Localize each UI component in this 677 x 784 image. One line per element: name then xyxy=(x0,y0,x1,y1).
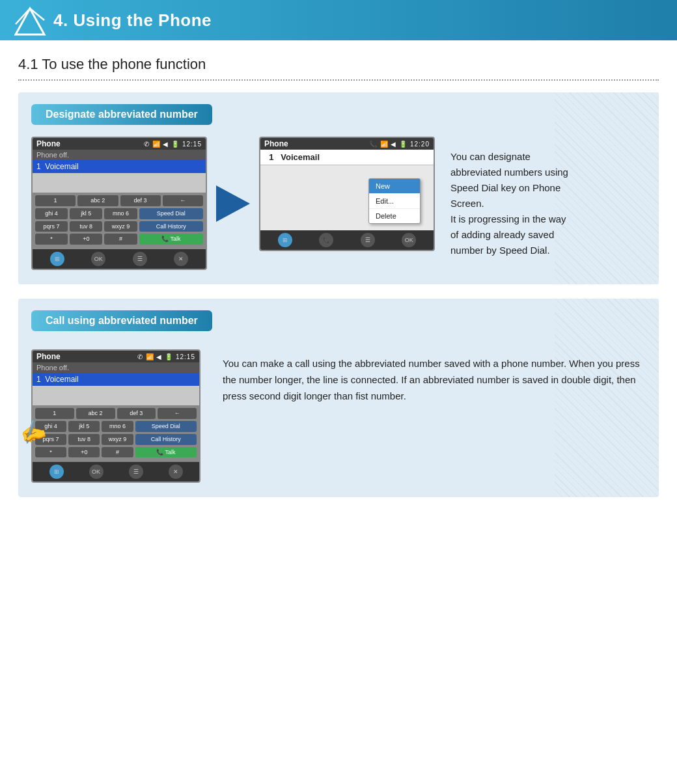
desc1-text: You can designate abbreviated numbers us… xyxy=(450,151,568,256)
key-4[interactable]: ghi 4 xyxy=(35,208,68,219)
arrow-container xyxy=(207,185,259,222)
key-talk[interactable]: 📞 Talk xyxy=(139,234,203,245)
key-callhistory[interactable]: Call History xyxy=(139,221,203,232)
menu-item-edit[interactable]: Edit... xyxy=(369,194,420,209)
key-hash[interactable]: # xyxy=(104,234,137,245)
phone-selected-1: 1 Voicemail xyxy=(33,160,206,173)
btn-close-3[interactable]: ✕ xyxy=(169,465,183,479)
key-back[interactable]: ← xyxy=(163,195,203,206)
phone-subbar-3: Phone off. xyxy=(33,362,199,373)
description-2: You can make a call using the abbreviate… xyxy=(223,349,646,404)
designate-section-box: Designate abbreviated number Phone ✆ 📶 ◀… xyxy=(18,92,659,284)
header-icon xyxy=(13,3,47,37)
phone-icons-1: ✆ 📶 ◀ 🔋 12:15 xyxy=(144,141,202,148)
phone-subbar-1: Phone off. xyxy=(33,150,206,160)
key-3-6[interactable]: mno 6 xyxy=(102,421,133,432)
btn-menu-3[interactable]: ☰ xyxy=(129,465,143,479)
phone-screen-1: Phone ✆ 📶 ◀ 🔋 12:15 Phone off. 1 Voicema… xyxy=(31,137,207,270)
phone-title-3: Phone xyxy=(36,352,61,361)
btn-windows-2[interactable]: ⊞ xyxy=(278,233,292,247)
keypad-row-2: ghi 4 jkl 5 mno 6 Speed Dial xyxy=(35,208,203,219)
keypad-row-4: * +0 # 📞 Talk xyxy=(35,234,203,245)
key-7[interactable]: pqrs 7 xyxy=(35,221,68,232)
designate-label: Designate abbreviated number xyxy=(31,104,212,125)
keypad-row-3: pqrs 7 tuv 8 wxyz 9 Call History xyxy=(35,221,203,232)
key-3-0[interactable]: +0 xyxy=(68,447,100,458)
key-3-hash[interactable]: # xyxy=(102,447,133,458)
page-header: 4. Using the Phone xyxy=(0,0,677,40)
btn-phone-2[interactable]: 📞 xyxy=(319,233,333,247)
phone-bottombar-2: ⊞ 📞 ☰ OK xyxy=(260,230,434,250)
key-3-8[interactable]: tuv 8 xyxy=(68,434,100,445)
keypad-row-1: 1 abc 2 def 3 ← xyxy=(35,195,203,206)
key-speeddial[interactable]: Speed Dial xyxy=(139,208,203,219)
phone-titlebar-3: Phone ✆ 📶 ◀ 🔋 12:15 xyxy=(33,351,199,362)
right-arrow xyxy=(216,185,250,222)
phone-screen-2: Phone 📞 📶 ◀ 🔋 12:20 1 Voicemail New Edit… xyxy=(259,137,435,251)
description-1: You can designate abbreviated numbers us… xyxy=(435,149,646,258)
phone-with-hand: ✍ Phone ✆ 📶 ◀ 🔋 12:15 Phone off. 1 Voice… xyxy=(31,349,207,483)
keypad-row-3-4: * +0 # 📞 Talk xyxy=(35,447,197,458)
section-title: 4.1 To use the phone function xyxy=(18,56,659,73)
phone-icons-2: 📞 📶 ◀ 🔋 12:20 xyxy=(369,141,430,148)
key-3-callhistory[interactable]: Call History xyxy=(135,434,197,445)
svg-marker-0 xyxy=(16,8,44,34)
key-2[interactable]: abc 2 xyxy=(77,195,118,206)
key-3-talk[interactable]: 📞 Talk xyxy=(135,447,197,458)
btn-ok[interactable]: OK xyxy=(91,252,105,266)
phone-keypad-1: 1 abc 2 def 3 ← ghi 4 jkl 5 mno 6 Speed … xyxy=(33,193,206,249)
section2-content: ✍ Phone ✆ 📶 ◀ 🔋 12:15 Phone off. 1 Voice… xyxy=(31,349,646,483)
phone-titlebar-1: Phone ✆ 📶 ◀ 🔋 12:15 xyxy=(33,138,206,150)
phone-icons-3: ✆ 📶 ◀ 🔋 12:15 xyxy=(137,353,195,360)
key-star[interactable]: * xyxy=(35,234,68,245)
key-1[interactable]: 1 xyxy=(35,195,76,206)
key-9[interactable]: wxyz 9 xyxy=(104,221,137,232)
key-3-star[interactable]: * xyxy=(35,447,66,458)
key-3[interactable]: def 3 xyxy=(120,195,161,206)
keypad-row-3-3: pqrs 7 tuv 8 wxyz 9 Call History xyxy=(35,434,197,445)
key-3-2[interactable]: abc 2 xyxy=(76,408,115,419)
call-label: Call using abbreviated number xyxy=(31,310,212,331)
keypad-row-3-1: 1 abc 2 def 3 ← xyxy=(35,408,197,419)
btn-ok-3[interactable]: OK xyxy=(89,465,104,479)
menu-item-new[interactable]: New xyxy=(369,179,420,194)
key-3-speeddial[interactable]: Speed Dial xyxy=(135,421,197,432)
key-3-3[interactable]: def 3 xyxy=(117,408,156,419)
phone-content-area: New Edit... Delete xyxy=(260,165,434,230)
btn-windows-3[interactable]: ⊞ xyxy=(49,465,64,479)
phone-selected-3: 1 Voicemail xyxy=(33,373,199,386)
phone-keypad-3: 1 abc 2 def 3 ← ghi 4 jkl 5 mno 6 Speed … xyxy=(33,405,199,462)
phone-screen-3: Phone ✆ 📶 ◀ 🔋 12:15 Phone off. 1 Voicema… xyxy=(31,349,200,483)
menu-item-delete[interactable]: Delete xyxy=(369,209,420,223)
page-title: 4. Using the Phone xyxy=(53,10,212,31)
phone-voicemail-header: 1 Voicemail xyxy=(260,150,434,165)
call-section-box: Call using abbreviated number ✍ Phone ✆ … xyxy=(18,299,659,497)
phone-blank-3 xyxy=(33,386,199,405)
btn-windows[interactable]: ⊞ xyxy=(50,252,64,266)
btn-menu-2[interactable]: ☰ xyxy=(361,233,375,247)
key-0[interactable]: +0 xyxy=(70,234,102,245)
key-3-9[interactable]: wxyz 9 xyxy=(102,434,133,445)
btn-close[interactable]: ✕ xyxy=(174,252,188,266)
screens-row: Phone ✆ 📶 ◀ 🔋 12:15 Phone off. 1 Voicema… xyxy=(31,137,646,270)
keypad-row-3-2: ghi 4 jkl 5 mno 6 Speed Dial xyxy=(35,421,197,432)
key-3-5[interactable]: jkl 5 xyxy=(68,421,100,432)
context-menu: New Edit... Delete xyxy=(368,178,421,224)
key-8[interactable]: tuv 8 xyxy=(70,221,102,232)
phone-title-2: Phone xyxy=(264,139,288,148)
key-6[interactable]: mno 6 xyxy=(104,208,137,219)
btn-ok-2[interactable]: OK xyxy=(402,233,416,247)
divider xyxy=(18,79,659,81)
phone-bottombar-1: ⊞ OK ☰ ✕ xyxy=(33,249,206,269)
phone-blank-1 xyxy=(33,173,206,193)
key-5[interactable]: jkl 5 xyxy=(70,208,102,219)
phone-title-1: Phone xyxy=(36,139,61,148)
key-3-back[interactable]: ← xyxy=(158,408,197,419)
phone-bottombar-3: ⊞ OK ☰ ✕ xyxy=(33,462,199,481)
main-content: 4.1 To use the phone function Designate … xyxy=(0,40,677,497)
phone-titlebar-2: Phone 📞 📶 ◀ 🔋 12:20 xyxy=(260,138,434,150)
btn-menu[interactable]: ☰ xyxy=(133,252,147,266)
